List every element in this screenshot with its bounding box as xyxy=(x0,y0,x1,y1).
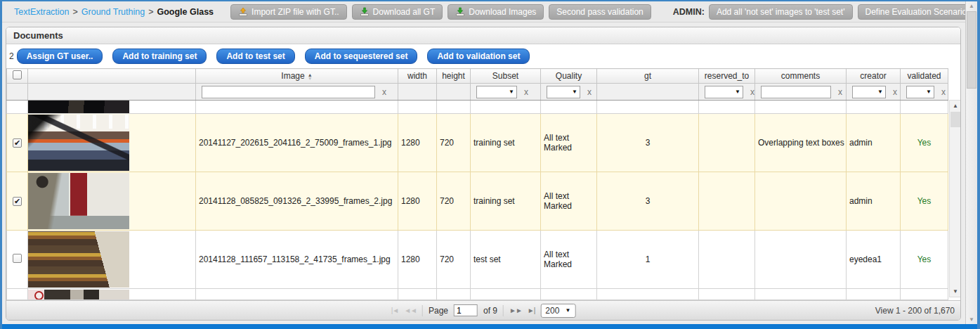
cell-width: 1280 xyxy=(398,114,437,172)
header-width[interactable]: width xyxy=(398,69,437,84)
cell-reserved-to xyxy=(699,172,755,231)
cell-creator: admin xyxy=(847,114,901,172)
filter-validated-clear[interactable]: x xyxy=(941,87,946,97)
cell-image: 20141128_111657_113158_2_41735_frames_1.… xyxy=(196,231,398,289)
filter-comments-clear[interactable]: x xyxy=(838,87,842,97)
header-comments[interactable]: comments xyxy=(755,69,847,84)
header-select-all-cell[interactable] xyxy=(7,69,28,84)
table-row-partial-bottom[interactable] xyxy=(7,289,948,300)
header-subset[interactable]: Subset xyxy=(471,69,541,84)
thumbnail-image[interactable] xyxy=(28,115,129,171)
filter-reserved-to-clear[interactable]: x xyxy=(750,87,754,97)
top-toolbar: TextExtraction>Ground Truthing>Google Gl… xyxy=(2,1,977,22)
define-evaluation-scenarios-button[interactable]: Define Evaluation Scenarios.. xyxy=(858,4,980,20)
add-to-test-set-button[interactable]: Add to test set xyxy=(216,49,294,64)
table-row-partial-top[interactable] xyxy=(7,101,948,114)
cell-height: 720 xyxy=(437,172,471,231)
grid-scrollbar-thumb[interactable] xyxy=(950,112,960,127)
pager-prev-icon: ◄◄ xyxy=(404,307,417,314)
filter-image-clear[interactable]: x xyxy=(382,87,386,97)
scroll-down-icon[interactable]: ▼ xyxy=(950,288,961,295)
cell-select: ✔ xyxy=(7,172,28,231)
window-scrollbar[interactable]: ▲ ▼ xyxy=(965,1,977,324)
define-evaluation-scenarios-label: Define Evaluation Scenarios.. xyxy=(865,7,976,17)
chevron-down-icon: ▼ xyxy=(572,89,577,95)
scroll-down-icon[interactable]: ▼ xyxy=(966,316,977,323)
pager-next-icon[interactable]: ►► xyxy=(509,307,522,314)
assign-gt-user-button[interactable]: Assign GT user.. xyxy=(17,49,103,64)
checkmark-icon: ✔ xyxy=(14,197,20,205)
row-checkbox[interactable]: ✔ xyxy=(13,197,22,206)
table-row[interactable]: ✔ 20141128_085825_091326_2_33995_frames_… xyxy=(7,172,948,231)
breadcrumb-separator: > xyxy=(148,7,153,17)
header-quality[interactable]: Quality xyxy=(541,69,597,84)
cell-select xyxy=(7,231,28,289)
breadcrumb-ground-truthing[interactable]: Ground Truthing xyxy=(81,7,145,17)
header-creator[interactable]: creator xyxy=(847,69,901,84)
filter-quality-clear[interactable]: x xyxy=(587,87,592,97)
grid-scrollbar-area: ▲ ▼ xyxy=(948,68,960,300)
header-validated[interactable]: validated xyxy=(901,69,948,84)
filter-creator-clear[interactable]: x xyxy=(893,87,897,97)
filter-row: x ▼x ▼x ▼x x ▼x ▼x xyxy=(7,84,948,101)
window-bottom-border xyxy=(2,324,977,329)
download-icon xyxy=(360,7,370,17)
add-to-sequestered-set-button[interactable]: Add to sequestered set xyxy=(305,49,418,64)
thumbnail-image[interactable] xyxy=(28,290,129,299)
download-images-button[interactable]: Download Images xyxy=(447,4,544,20)
pager-of-label: of 9 xyxy=(483,306,497,316)
import-zip-button[interactable]: Import ZIP file with GT.. xyxy=(230,4,346,20)
row-checkbox[interactable] xyxy=(13,254,22,263)
thumbnail-image[interactable] xyxy=(28,101,129,113)
breadcrumb: TextExtraction>Ground Truthing>Google Gl… xyxy=(14,7,214,17)
row-checkbox[interactable]: ✔ xyxy=(13,138,22,148)
header-height[interactable]: height xyxy=(437,69,471,84)
add-not-set-to-test-set-button[interactable]: Add all 'not set' images to 'test set' xyxy=(709,4,853,20)
header-image[interactable]: Image▲▼ xyxy=(196,69,398,84)
sort-icons: ▲▼ xyxy=(308,73,313,80)
select-all-checkbox[interactable] xyxy=(13,70,22,79)
filter-validated-select[interactable]: ▼ xyxy=(906,86,934,98)
pager-page-input[interactable] xyxy=(454,304,478,316)
download-all-gt-button[interactable]: Download all GT xyxy=(352,4,443,20)
filter-image-input[interactable] xyxy=(202,86,375,98)
thumbnail-image[interactable] xyxy=(28,173,129,229)
filter-comments-input[interactable] xyxy=(761,86,831,98)
window-scrollbar-thumb[interactable] xyxy=(967,11,976,89)
breadcrumb-textextraction[interactable]: TextExtraction xyxy=(14,7,70,17)
cell-thumbnail xyxy=(28,172,196,231)
scroll-up-icon[interactable]: ▲ xyxy=(950,103,961,109)
filter-reserved-to-select[interactable]: ▼ xyxy=(705,86,743,98)
table-header-row: Image▲▼ width height Subset Quality gt r… xyxy=(7,69,948,84)
chevron-down-icon: ▼ xyxy=(926,89,932,95)
download-all-gt-label: Download all GT xyxy=(373,7,436,17)
pager-last-icon[interactable]: ►| xyxy=(528,307,535,314)
view-info: View 1 - 200 of 1,670 xyxy=(875,301,955,320)
add-to-validation-set-button[interactable]: Add to validation set xyxy=(427,49,530,64)
filter-creator-select[interactable]: ▼ xyxy=(852,86,886,98)
filter-subset-select[interactable]: ▼ xyxy=(476,86,517,98)
header-gt[interactable]: gt xyxy=(597,69,699,84)
pager-page-label: Page xyxy=(429,306,448,316)
page-size-select[interactable]: 200 ▼ xyxy=(540,304,575,318)
cell-gt: 1 xyxy=(597,231,699,289)
table-row[interactable]: 20141128_111657_113158_2_41735_frames_1.… xyxy=(7,231,948,289)
cell-quality: All text Marked xyxy=(541,114,597,172)
grid-scrollbar[interactable]: ▲ ▼ xyxy=(949,100,961,297)
cell-creator: eyedea1 xyxy=(847,231,901,289)
thumbnail-image[interactable] xyxy=(28,231,129,288)
table-row[interactable]: ✔ 20141127_202615_204116_2_75009_frames_… xyxy=(7,114,948,172)
filter-select-cell xyxy=(7,84,28,101)
add-not-set-label: Add all 'not set' images to 'test set' xyxy=(717,7,845,17)
filter-quality-select[interactable]: ▼ xyxy=(547,86,580,98)
cell-comments xyxy=(755,172,847,231)
selected-count: 2 xyxy=(9,51,14,61)
cell-comments xyxy=(755,231,847,289)
header-reserved-to[interactable]: reserved_to xyxy=(699,69,755,84)
second-pass-validation-button[interactable]: Second pass validation xyxy=(549,4,651,20)
filter-subset-clear[interactable]: x xyxy=(524,87,528,97)
add-to-training-set-button[interactable]: Add to training set xyxy=(112,49,207,64)
filter-height-cell xyxy=(437,84,471,101)
scroll-up-icon[interactable]: ▲ xyxy=(966,3,977,9)
breadcrumb-current-google-glass: Google Glass xyxy=(157,7,214,17)
